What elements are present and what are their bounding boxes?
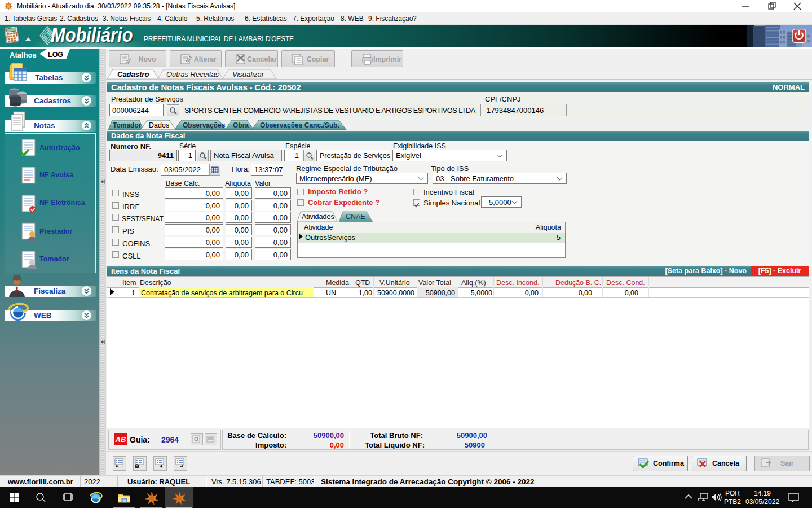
svg-text:CNAE: CNAE [346, 213, 365, 221]
svg-text:Dados: Dados [149, 121, 169, 129]
svg-text:Cadastro: Cadastro [117, 70, 149, 78]
svg-text:Visualizar: Visualizar [232, 70, 264, 78]
svg-text:Observações: Observações [183, 121, 226, 129]
svg-text:Atividades: Atividades [302, 213, 334, 221]
svg-text:Tomador: Tomador [113, 121, 142, 129]
svg-text:Obra: Obra [233, 121, 249, 129]
svg-text:Outras Receitas: Outras Receitas [166, 70, 219, 78]
svg-text:Observações Canc./Sub.: Observações Canc./Sub. [260, 121, 339, 129]
